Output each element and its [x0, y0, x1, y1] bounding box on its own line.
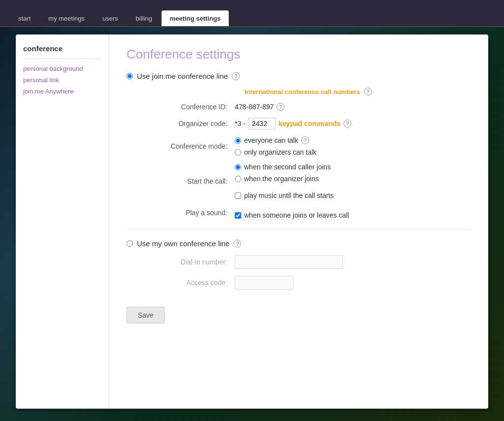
conference-mode-label: Conference mode: [146, 142, 235, 150]
tab-users[interactable]: users [94, 10, 126, 26]
tab-start[interactable]: start [10, 10, 39, 26]
second-caller-radio[interactable] [235, 164, 241, 170]
tab-billing[interactable]: billing [127, 10, 160, 26]
top-nav: start my meetings users billing meeting … [0, 0, 504, 27]
joinme-radio-label[interactable]: Use join.me conference line [137, 72, 228, 80]
play-sound-value: when someone joins or leaves call [235, 206, 349, 219]
conference-mode-radio-group: everyone can talk ? only organizers can … [235, 136, 316, 156]
start-call-value: when the second caller joins when the or… [235, 163, 334, 199]
conference-id-value: 478-887-897 ? [235, 103, 284, 111]
play-music-checkbox[interactable] [235, 193, 241, 199]
conference-id-row: Conference ID: 478-887-897 ? [146, 103, 471, 111]
access-code-value [235, 276, 294, 290]
sidebar-title: conference [23, 44, 101, 53]
keypad-help-icon[interactable]: ? [344, 120, 351, 128]
sidebar: conference personal background personal … [16, 34, 109, 409]
everyone-can-talk-radio[interactable] [235, 137, 241, 144]
sidebar-item-personal-link[interactable]: personal link [23, 74, 101, 86]
own-line-radio[interactable] [126, 240, 133, 247]
dial-in-input[interactable] [235, 255, 343, 269]
dial-in-row: Dial-in number: [146, 255, 471, 269]
access-code-row: Access code: [146, 276, 471, 290]
page-title: Conference settings [126, 47, 471, 62]
sidebar-divider [23, 59, 101, 59]
conference-mode-value: everyone can talk ? only organizers can … [235, 136, 316, 156]
organizer-code-label: Organizer code: [146, 120, 235, 128]
joinme-radio[interactable] [126, 73, 133, 79]
save-button[interactable]: Save [126, 307, 165, 324]
play-sound-row: Play a sound: when someone joins or leav… [146, 206, 471, 219]
second-caller-option[interactable]: when the second caller joins [235, 163, 334, 171]
joinme-form-block: International conference call numbers ? … [139, 88, 471, 219]
everyone-can-talk-option[interactable]: everyone can talk ? [235, 136, 316, 144]
second-caller-label: when the second caller joins [244, 163, 331, 171]
conference-mode-row: Conference mode: everyone can talk ? onl… [146, 136, 471, 156]
start-call-row: Start the call: when the second caller j… [146, 163, 471, 199]
everyone-can-talk-label: everyone can talk [244, 136, 298, 144]
own-line-form-block: Dial-in number: Access code: [139, 255, 471, 290]
conference-id-help-icon[interactable]: ? [277, 103, 284, 111]
only-organizers-radio[interactable] [235, 149, 241, 156]
own-line-section: Use my own conference line ? Dial-in num… [126, 239, 471, 290]
sidebar-item-joinme-anywhere[interactable]: join.me Anywhere [23, 86, 101, 97]
conference-id-label: Conference ID: [146, 103, 235, 111]
keypad-commands-link[interactable]: keypad commands [279, 120, 341, 128]
joinme-help-icon[interactable]: ? [232, 72, 240, 80]
start-call-radio-group: when the second caller joins when the or… [235, 163, 334, 199]
someone-joins-label: when someone joins or leaves call [244, 211, 349, 219]
organizer-joins-label: when the organizer joins [244, 175, 319, 183]
own-line-label[interactable]: Use my own conference line [137, 239, 229, 248]
dial-in-value [235, 255, 343, 269]
someone-joins-option[interactable]: when someone joins or leaves call [235, 211, 349, 219]
start-call-label: Start the call: [146, 177, 235, 185]
organizer-code-row: Organizer code: *3 - keypad commands ? [146, 118, 471, 130]
dial-in-label: Dial-in number: [146, 258, 235, 266]
only-organizers-label: only organizers can talk [244, 148, 316, 156]
section-divider [126, 229, 471, 229]
play-music-label: play music until the call starts [244, 192, 334, 199]
conference-id-number: 478-887-897 [235, 103, 274, 111]
int-conf-row: International conference call numbers ? [245, 88, 471, 96]
organizer-code-prefix: *3 - [235, 120, 246, 128]
play-music-option[interactable]: play music until the call starts [235, 192, 334, 199]
everyone-talk-help-icon[interactable]: ? [301, 136, 309, 144]
tab-meeting-settings[interactable]: meeting settings [161, 10, 229, 26]
int-conf-link[interactable]: International conference call numbers [245, 88, 360, 96]
own-line-header: Use my own conference line ? [126, 239, 471, 248]
someone-joins-checkbox[interactable] [235, 212, 241, 219]
int-conf-help-icon[interactable]: ? [364, 88, 372, 96]
organizer-code-input[interactable] [249, 118, 276, 130]
play-sound-label: Play a sound: [146, 209, 235, 217]
organizer-code-value: *3 - keypad commands ? [235, 118, 351, 130]
only-organizers-option[interactable]: only organizers can talk [235, 148, 316, 156]
access-code-input[interactable] [235, 276, 294, 290]
joinme-conference-section: Use join.me conference line ? Internatio… [126, 72, 471, 219]
organizer-joins-radio[interactable] [235, 176, 241, 182]
main-container: conference personal background personal … [16, 34, 488, 409]
organizer-joins-option[interactable]: when the organizer joins [235, 175, 334, 183]
tab-my-meetings[interactable]: my meetings [40, 10, 93, 26]
sidebar-item-personal-background[interactable]: personal background [23, 63, 101, 74]
joinme-section-header: Use join.me conference line ? [126, 72, 471, 80]
content-area: Conference settings Use join.me conferen… [109, 34, 488, 409]
own-line-help-icon[interactable]: ? [233, 240, 241, 248]
access-code-label: Access code: [146, 279, 235, 287]
